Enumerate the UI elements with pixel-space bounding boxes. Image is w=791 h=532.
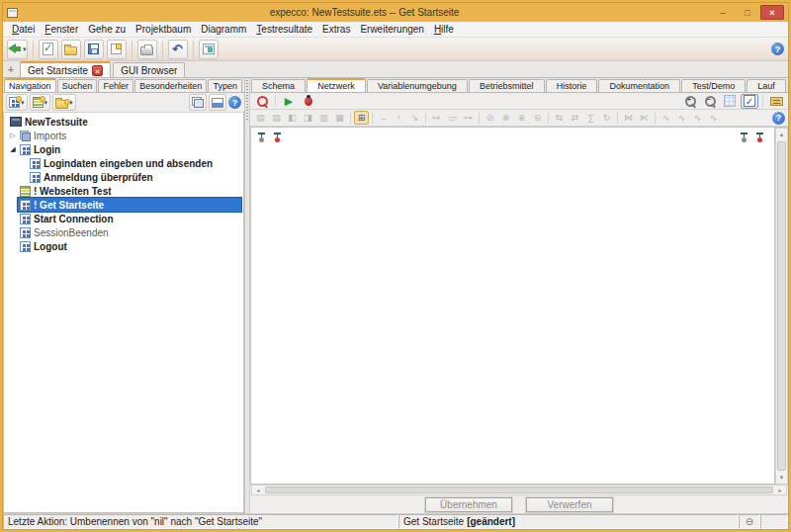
distribute-vertical-icon[interactable]: ⇄ — [568, 111, 582, 125]
grid-toggle-button[interactable] — [721, 94, 739, 109]
connect-pins-icon[interactable]: ↦ — [429, 111, 444, 125]
menu-projektbaum[interactable]: Projektbaum — [131, 23, 196, 36]
tab-historie[interactable]: Historie — [546, 79, 598, 92]
help-icon[interactable]: ? — [228, 96, 241, 109]
move-pin-icon[interactable]: ↘ — [407, 111, 422, 125]
cut-block-icon[interactable]: ◧ — [285, 111, 300, 125]
tree-item-logout[interactable]: Logout — [4, 239, 243, 253]
close-tab-icon[interactable]: × — [92, 65, 103, 76]
tree-item-login[interactable]: ◢Login — [4, 142, 243, 156]
tab-fehler[interactable]: Fehler — [98, 79, 133, 92]
output-pin-icon[interactable] — [740, 132, 748, 144]
route-straight-icon[interactable]: ∿ — [659, 111, 673, 125]
delete-connection-icon[interactable]: ⊗ — [498, 111, 513, 125]
save-view-button[interactable] — [209, 94, 226, 111]
menu-extras[interactable]: Extras — [317, 23, 355, 36]
print-button[interactable] — [137, 40, 157, 59]
back-button[interactable]: ▾ — [7, 40, 28, 59]
network-canvas[interactable] — [250, 128, 775, 485]
tab-lauf[interactable]: Lauf — [747, 79, 786, 92]
open-subnetwork-icon[interactable]: ◨ — [301, 111, 315, 125]
collapse-icon[interactable]: ◢ — [8, 145, 18, 153]
menu-diagramm[interactable]: Diagramm — [196, 23, 251, 36]
paste-block-icon[interactable]: ▤ — [269, 111, 284, 125]
edit-contract-icon[interactable]: ▦ — [332, 111, 347, 125]
route-spline-icon[interactable]: ∿ — [690, 111, 705, 125]
input-pin-active-icon[interactable] — [273, 132, 282, 144]
scroll-up-icon[interactable]: ▲ — [779, 129, 785, 140]
tree-item-logindaten-eingeben-und-absenden[interactable]: Logindaten eingeben und absenden — [4, 156, 243, 170]
horizontal-scrollbar[interactable]: ◂ ▸ — [251, 485, 787, 495]
scroll-left-icon[interactable]: ◂ — [252, 487, 264, 493]
input-pin-icon[interactable] — [257, 132, 266, 144]
zoom-in-button[interactable]: + — [681, 94, 699, 109]
vertical-scrollbar[interactable]: ▲ ▼ — [775, 128, 788, 485]
notes-button[interactable] — [767, 94, 785, 109]
copy-block-icon[interactable]: ▤ — [253, 111, 268, 125]
align-left-icon[interactable]: ⊘ — [483, 111, 497, 125]
new-folder-button[interactable]: ▾ — [52, 94, 76, 111]
tab-variablenumgebung[interactable]: Variablenumgebung — [367, 79, 468, 92]
tab-dokumentation[interactable]: Dokumentation — [598, 79, 680, 92]
accept-button[interactable] — [39, 40, 58, 59]
output-pin-active-icon[interactable] — [755, 132, 764, 144]
fit-window-icon[interactable]: ⊞ — [354, 111, 369, 125]
tree-item-start-connection[interactable]: Start Connection — [4, 212, 243, 225]
join-left-icon[interactable]: ⋈ — [621, 111, 636, 125]
tab-schema[interactable]: Schema — [251, 79, 306, 92]
horizontal-scroll-thumb[interactable] — [265, 487, 773, 493]
search-button[interactable] — [253, 94, 271, 109]
menu-gehe-zu[interactable]: Gehe zu — [83, 23, 131, 36]
tree-item-sessionbeenden[interactable]: SessionBeenden — [4, 225, 243, 239]
edit-connection-icon[interactable]: ▭ — [445, 111, 460, 125]
tree-item-imports[interactable]: ▷Imports — [4, 129, 243, 142]
add-tab-icon[interactable]: + — [5, 64, 17, 76]
help-icon[interactable]: ? — [771, 43, 784, 55]
zoom-out-button[interactable]: − — [701, 94, 719, 109]
tab-netzwerk[interactable]: Netzwerk — [307, 78, 366, 92]
distribute-horizontal-icon[interactable]: ⇆ — [552, 111, 567, 125]
expand-icon[interactable]: ▷ — [8, 132, 18, 139]
tab-gui-browser[interactable]: GUI Browser — [113, 62, 185, 77]
new-testplan-button[interactable]: ▾ — [30, 94, 51, 111]
join-right-icon[interactable]: ⋉ — [637, 111, 652, 125]
maximize-button[interactable]: □ — [736, 5, 759, 20]
route-auto-icon[interactable]: ∿ — [706, 111, 721, 125]
sum-icon[interactable]: ∑ — [583, 111, 598, 125]
route-ortho-icon[interactable]: ∿ — [674, 111, 689, 125]
menu-fenster[interactable]: Fenster — [40, 23, 83, 36]
tree-item-get-startseite[interactable]: ! Get Startseite — [4, 198, 243, 212]
tree-item-anmeldung-berpr-fen[interactable]: Anmeldung überprüfen — [4, 170, 243, 184]
menu-erweiterungen[interactable]: Erweiterungen — [355, 23, 428, 36]
apply-button[interactable]: Übernehmen — [425, 497, 512, 512]
tab-get-startseite[interactable]: Get Startseite× — [20, 61, 111, 77]
minimize-button[interactable]: – — [711, 5, 735, 20]
scroll-down-icon[interactable]: ▼ — [779, 472, 785, 484]
run-button[interactable]: ▶ — [280, 94, 298, 109]
tree-item-newtestsuite[interactable]: NewTestsuite — [4, 115, 243, 129]
menu-datei[interactable]: Datei — [7, 23, 40, 36]
help-icon[interactable]: ? — [772, 112, 785, 125]
lock-icon[interactable]: ⊖ — [739, 514, 760, 529]
tab-navigation[interactable]: Navigation — [4, 78, 56, 92]
tools-button[interactable] — [199, 40, 219, 59]
close-button[interactable]: × — [760, 5, 784, 20]
tab-typen[interactable]: Typen — [208, 79, 242, 92]
debug-button[interactable] — [300, 94, 317, 109]
tab-besonderheiten[interactable]: Besonderheiten — [134, 79, 207, 92]
show-source-icon[interactable]: ▥ — [316, 111, 331, 125]
align-horizontal-icon[interactable]: ⊕ — [514, 111, 529, 125]
tree-item-webseiten-test[interactable]: ! Webseiten Test — [4, 184, 243, 198]
reorder-icon[interactable]: ↻ — [599, 111, 614, 125]
auto-connect-icon[interactable]: ⊶ — [461, 111, 476, 125]
save-button[interactable] — [84, 40, 104, 59]
snap-toggle-button[interactable]: ✓ — [741, 94, 758, 109]
clone-view-button[interactable] — [189, 94, 207, 111]
add-output-pin-icon[interactable]: ↑ — [392, 111, 406, 125]
vertical-scroll-thumb[interactable] — [777, 141, 786, 471]
tab-test-demo[interactable]: Test/Demo — [681, 79, 746, 92]
discard-button[interactable]: Verwerfen — [526, 497, 613, 512]
scroll-right-icon[interactable]: ▸ — [774, 487, 786, 493]
align-vertical-icon[interactable]: ⊖ — [530, 111, 545, 125]
new-block-button[interactable]: ▾ — [6, 94, 28, 111]
